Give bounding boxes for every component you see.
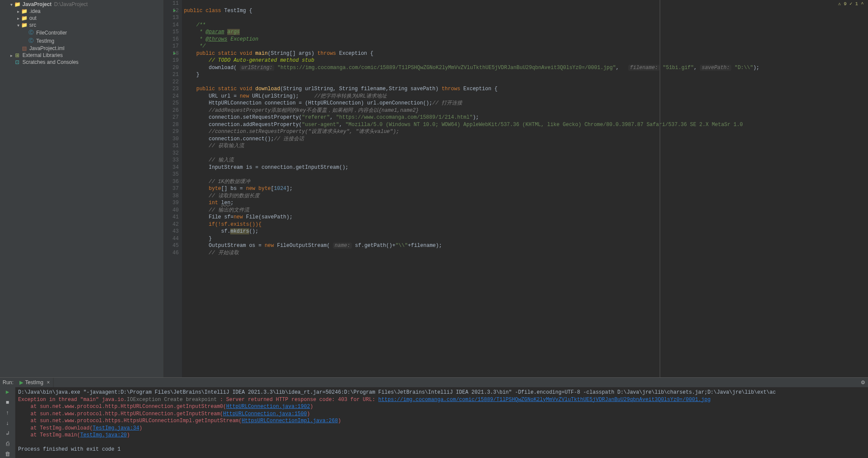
close-icon[interactable]: × (47, 379, 50, 385)
chevron-right-icon: ▸ (9, 53, 14, 58)
run-tool-window[interactable]: Run: ▶ TestImg × ⚙ ▶ ■ ↑ ↓ ↲ ⎙ 🗑 D:\Java… (0, 377, 868, 458)
tree-label: JavaProject (22, 1, 51, 7)
up-button[interactable]: ↑ (4, 410, 11, 417)
folder-icon: 📁 (21, 22, 28, 28)
tree-label: External Libraries (22, 52, 63, 58)
tree-label: Scratches and Consoles (22, 59, 78, 65)
wrap-button[interactable]: ↲ (4, 430, 11, 437)
folder-out[interactable]: ▸ 📁 out (0, 15, 163, 22)
tree-label: .idea (29, 8, 41, 14)
chevron-right-icon: ▸ (16, 9, 21, 14)
iml-icon: ▤ (21, 45, 28, 51)
file-filecontroller[interactable]: Ⓒ FileController (0, 28, 163, 37)
console-line: Process finished with exit code 1 (18, 446, 865, 453)
tree-label: TestImg (36, 38, 54, 44)
code-editor[interactable]: ⚠ 9 ✓ 1 ^ 1112▶131415161718▶192021222324… (164, 0, 868, 377)
console-line: at TestImg.main(TestImg.java:20) (18, 432, 865, 439)
file-iml[interactable]: ▤ JavaProject.iml (0, 45, 163, 52)
console-line: at sun.net.www.protocol.http.HttpURLConn… (18, 411, 865, 418)
scratch-icon: ⊡ (14, 59, 21, 65)
external-libraries[interactable]: ▸ ⊞ External Libraries (0, 52, 163, 59)
gear-icon[interactable]: ⚙ (861, 379, 865, 385)
folder-idea[interactable]: ▸ 📁 .idea (0, 8, 163, 15)
run-toolbar: ▶ ■ ↑ ↓ ↲ ⎙ 🗑 (0, 387, 16, 458)
java-class-icon: Ⓒ (28, 37, 34, 44)
tree-label: out (29, 15, 37, 21)
java-class-icon: Ⓒ (28, 29, 34, 36)
inspection-widget[interactable]: ⚠ 9 ✓ 1 ^ (838, 1, 864, 6)
right-margin-guide (660, 0, 660, 377)
stop-button[interactable]: ■ (4, 399, 11, 406)
editor-gutter[interactable]: 1112▶131415161718▶1920212223242526272829… (164, 0, 182, 377)
tree-label: JavaProject.iml (29, 45, 64, 51)
print-button[interactable]: ⎙ (4, 441, 11, 448)
chevron-down-icon: ▾ (16, 23, 21, 28)
tree-label: src (29, 22, 36, 28)
run-label: Run: (0, 379, 16, 385)
trash-button[interactable]: 🗑 (4, 451, 11, 458)
console-line: Exception in thread "main" java.io.IOExc… (18, 396, 865, 404)
console-output[interactable]: D:\Java\bin\java.exe "-javaagent:D:\Prog… (16, 387, 868, 458)
library-icon: ⊞ (14, 52, 21, 58)
project-root[interactable]: ▾ 📁 JavaProject D:\JavaProject (0, 1, 163, 8)
folder-icon: 📁 (21, 8, 28, 14)
console-line: at TestImg.download(TestImg.java:34) (18, 425, 865, 432)
run-tab[interactable]: ▶ TestImg × (16, 378, 53, 387)
folder-src[interactable]: ▾ 📁 src (0, 22, 163, 28)
file-testimg[interactable]: Ⓒ TestImg (0, 37, 163, 45)
rerun-button[interactable]: ▶ (4, 389, 11, 396)
code-content[interactable]: public class TestImg { /** * @param args… (182, 0, 868, 377)
folder-icon: 📁 (14, 1, 21, 7)
console-line: D:\Java\bin\java.exe "-javaagent:D:\Prog… (18, 389, 865, 396)
tree-hint: D:\JavaProject (54, 1, 88, 7)
run-tab-label: TestImg (25, 379, 43, 385)
folder-icon: 📁 (21, 15, 28, 21)
chevron-right-icon: ▸ (16, 16, 21, 21)
down-button[interactable]: ↓ (4, 420, 11, 427)
project-tree[interactable]: ▾ 📁 JavaProject D:\JavaProject ▸ 📁 .idea… (0, 0, 164, 377)
chevron-down-icon: ▾ (9, 2, 14, 7)
console-line: at sun.net.www.protocol.https.HttpsURLCo… (18, 417, 865, 425)
run-icon: ▶ (19, 379, 23, 385)
tree-label: FileController (36, 30, 67, 36)
console-line: at sun.net.www.protocol.http.HttpURLConn… (18, 403, 865, 411)
scratches[interactable]: ⊡ Scratches and Consoles (0, 59, 163, 66)
